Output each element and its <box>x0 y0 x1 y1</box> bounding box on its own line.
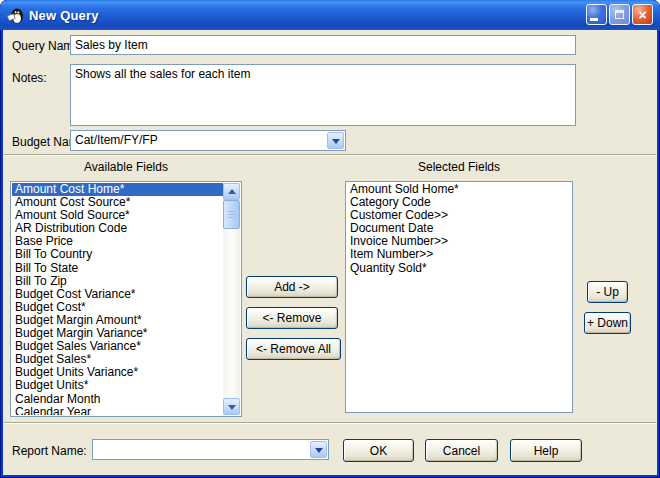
chevron-down-icon <box>332 139 340 148</box>
notes-label: Notes: <box>12 71 47 85</box>
list-item[interactable]: Bill To Zip <box>12 275 223 288</box>
minimize-button[interactable] <box>586 4 607 25</box>
titlebar[interactable]: New Query × <box>0 0 660 30</box>
maximize-button[interactable] <box>609 4 630 25</box>
list-item[interactable]: Budget Cost* <box>12 301 223 314</box>
budget-name-combobox[interactable]: Cat/Item/FY/FP <box>70 130 346 151</box>
separator-bottom <box>4 422 656 424</box>
chevron-down-icon <box>315 448 323 457</box>
report-name-combobox[interactable] <box>92 439 329 460</box>
selected-fields-label: Selected Fields <box>345 160 573 174</box>
list-item[interactable]: Calendar Month <box>12 393 223 406</box>
chevron-down-icon <box>228 405 236 414</box>
report-name-label: Report Name: <box>12 444 87 458</box>
maximize-icon <box>615 10 624 19</box>
window-title: New Query <box>29 8 99 23</box>
close-button[interactable]: × <box>632 4 653 25</box>
selected-fields-listbox[interactable]: Amount Sold Home*Category CodeCustomer C… <box>345 181 573 413</box>
query-name-input[interactable] <box>70 35 576 55</box>
list-item[interactable]: Calendar Year <box>12 406 223 415</box>
scroll-down-button[interactable] <box>223 398 240 415</box>
list-item[interactable]: Budget Cost Variance* <box>12 288 223 301</box>
available-fields-label: Available Fields <box>10 160 242 174</box>
list-item[interactable]: Budget Units* <box>12 379 223 392</box>
penguin-app-icon <box>7 7 24 24</box>
cancel-button[interactable]: Cancel <box>425 439 498 462</box>
available-fields-items: Amount Cost Home*Amount Cost Source*Amou… <box>12 183 223 415</box>
report-name-dropdown-button[interactable] <box>310 441 327 458</box>
notes-input[interactable]: Shows all the sales for each item <box>70 64 576 126</box>
selected-fields-items: Amount Sold Home*Category CodeCustomer C… <box>347 183 571 411</box>
available-fields-listbox[interactable]: Amount Cost Home*Amount Cost Source*Amou… <box>10 181 242 417</box>
budget-name-value: Cat/Item/FY/FP <box>75 131 325 150</box>
ok-button[interactable]: OK <box>343 439 414 462</box>
budget-name-dropdown-button[interactable] <box>327 132 344 149</box>
move-down-button[interactable]: + Down <box>584 312 631 334</box>
remove-button[interactable]: <- Remove <box>246 307 338 329</box>
new-query-dialog: New Query × Query Name: Notes: Shows all… <box>0 0 660 478</box>
scroll-up-button[interactable] <box>223 183 240 200</box>
remove-all-button[interactable]: <- Remove All <box>246 338 341 360</box>
close-icon: × <box>638 8 646 22</box>
minimize-icon <box>590 18 598 21</box>
report-name-value <box>97 440 308 459</box>
available-fields-scrollbar[interactable] <box>223 183 240 415</box>
dialog-body: Query Name: Notes: Shows all the sales f… <box>3 30 657 475</box>
add-button[interactable]: Add -> <box>246 276 338 298</box>
list-item[interactable]: Bill To Country <box>12 248 223 261</box>
list-item[interactable]: Item Number>> <box>347 248 571 261</box>
move-up-button[interactable]: - Up <box>587 281 628 303</box>
scrollbar-thumb[interactable] <box>223 200 240 229</box>
window-controls: × <box>586 4 653 25</box>
list-item[interactable]: Quantity Sold* <box>347 262 571 275</box>
list-item[interactable]: Bill To State <box>12 262 223 275</box>
help-button[interactable]: Help <box>510 439 582 462</box>
separator-top <box>4 154 656 156</box>
chevron-up-icon <box>228 185 236 194</box>
